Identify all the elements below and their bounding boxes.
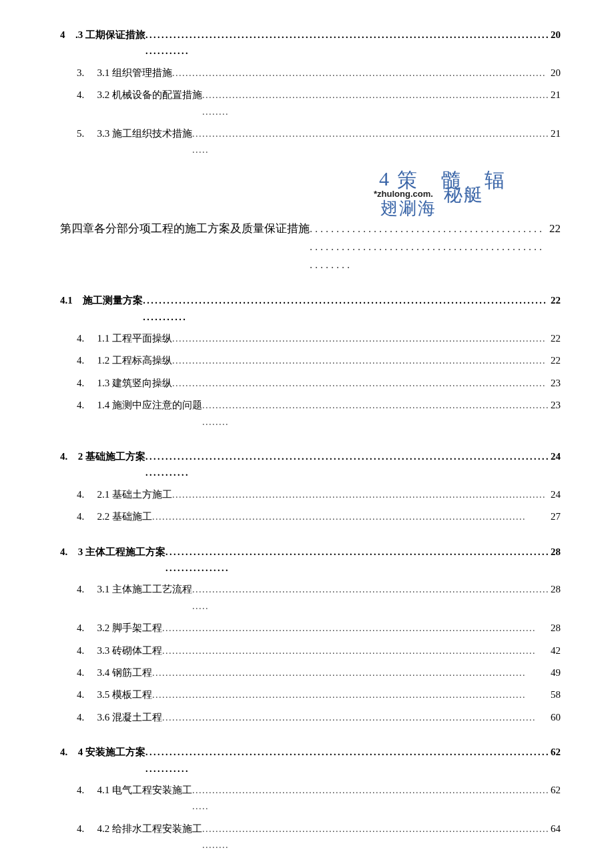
item-text: 3.1 组织管理措施 <box>97 65 173 81</box>
item-page: 42 <box>548 642 561 659</box>
item-text: 3.5 模板工程 <box>97 687 153 703</box>
heading-text: 施工测量方案 <box>83 292 143 308</box>
toc-item: 4. 2.2 基础施工27 <box>77 508 561 524</box>
toc-item: 4. 2.1 基础土方施工24 <box>77 486 561 502</box>
item-page: 24 <box>548 486 561 502</box>
item-number: 4. <box>77 665 92 681</box>
watermark: 4策 髓 辐*zhulong.com.秘艇翅涮海 <box>60 167 561 213</box>
leader-dots <box>152 687 548 703</box>
toc-item: 4. 1.4 施测中应注意的问题23 <box>77 397 561 430</box>
item-text: 3.1 主体施工工艺流程 <box>97 581 193 597</box>
item-text: 2.2 基础施工 <box>97 508 153 524</box>
item-text: 4.2 给排水工程安装施工 <box>97 821 203 837</box>
toc-heading: 4 .3 工期保证措旅20 <box>60 27 561 59</box>
item-text: 3.3 砖砌体工程 <box>97 642 163 659</box>
item-number: 4. <box>77 642 92 659</box>
toc-item: 4. 3.5 模板工程58 <box>77 687 561 703</box>
wm-row3: 翅涮海 <box>380 197 436 220</box>
leader-dots <box>172 65 548 81</box>
item-number: 3. <box>77 65 92 81</box>
heading-page: 20 <box>548 27 561 43</box>
item-page: 58 <box>548 687 561 703</box>
item-page: 21 <box>548 125 561 141</box>
leader-dots <box>172 352 548 368</box>
wm-row2: 秘艇 <box>444 182 484 207</box>
chapter-label: 第四章各分部分项工程的施工方案及质量保证措施 <box>60 220 310 238</box>
leader-dots <box>162 642 548 659</box>
toc-heading: 4. 3 主体工程施工方案28 <box>60 544 561 576</box>
item-number: 4. <box>77 508 92 524</box>
item-text: 1.2 工程标高操纵 <box>97 352 173 368</box>
item-number: 4. <box>77 330 92 346</box>
item-number: 4. <box>77 709 92 725</box>
item-page: 28 <box>548 620 561 636</box>
toc-item: 4. 3.3 砖砌体工程42 <box>77 642 561 659</box>
toc-item: 4. 3.2 脚手架工程28 <box>77 620 561 636</box>
item-number: 4. <box>77 581 92 597</box>
item-page: 28 <box>548 581 561 597</box>
heading-text: .3 工期保证措旅 <box>75 27 145 43</box>
toc-heading: 4. 2 基础施工方案24 <box>60 448 561 481</box>
item-number: 4. <box>77 821 92 837</box>
heading-text: 2 基础施工方案 <box>78 448 145 464</box>
chapter-page: 22 <box>547 220 561 238</box>
item-page: 23 <box>548 397 561 413</box>
item-text: 3.3 施工组织技术措施 <box>97 125 193 141</box>
heading-page: 22 <box>548 292 561 308</box>
toc-heading: 4. 4 安装施工方案62 <box>60 744 561 777</box>
item-text: 1.1 工程平面操纵 <box>97 330 173 346</box>
heading-number: 4 <box>60 27 70 43</box>
heading-text: 3 主体工程施工方案 <box>78 544 166 560</box>
heading-number: 4.1 <box>60 292 77 308</box>
toc-item: 4. 3.1 主体施工工艺流程28 <box>77 581 561 614</box>
item-text: 3.2 机械设备的配置措施 <box>97 87 203 103</box>
wm-number: 4 <box>379 167 389 190</box>
item-page: 60 <box>548 709 561 725</box>
item-page: 27 <box>548 508 561 524</box>
item-text: 3.2 脚手架工程 <box>97 620 163 636</box>
item-page: 62 <box>548 782 561 798</box>
toc-item: 4. 3.4 钢筋工程49 <box>77 665 561 681</box>
item-text: 2.1 基础土方施工 <box>97 486 173 502</box>
item-page: 21 <box>548 87 561 103</box>
item-text: 3.4 钢筋工程 <box>97 665 153 681</box>
chapter-heading: 第四章各分部分项工程的施工方案及质量保证措施22 <box>60 220 561 274</box>
heading-page: 24 <box>548 448 561 464</box>
item-number: 4. <box>77 397 92 413</box>
item-number: 4. <box>77 620 92 636</box>
page: 4 .3 工期保证措旅203. 3.1 组织管理措施204. 3.2 机械设备的… <box>0 0 614 868</box>
leader-dots <box>152 508 548 524</box>
toc-item: 4. 1.2 工程标高操纵22 <box>77 352 561 368</box>
toc-item: 4. 4.1 电气工程安装施工62 <box>77 782 561 815</box>
item-text: 3.6 混凝土工程 <box>97 709 163 725</box>
leader-dots <box>192 581 548 614</box>
toc-item: 5. 3.3 施工组织技术措施21 <box>77 125 561 158</box>
leader-dots <box>145 27 548 59</box>
toc-item: 4. 3.2 机械设备的配置措施21 <box>77 87 561 119</box>
item-number: 4. <box>77 352 92 368</box>
leader-dots <box>162 709 548 725</box>
toc-item: 4. 1.1 工程平面操纵22 <box>77 330 561 346</box>
heading-page: 28 <box>548 544 561 560</box>
toc-item: 4. 4.2 给排水工程安装施工64 <box>77 821 561 853</box>
item-page: 64 <box>548 821 561 837</box>
item-page: 22 <box>548 352 561 368</box>
leader-dots <box>143 292 548 325</box>
leader-dots <box>172 330 548 346</box>
item-number: 4. <box>77 782 92 798</box>
leader-dots <box>202 87 548 119</box>
leader-dots <box>172 375 548 391</box>
toc-item: 4. 3.6 混凝土工程60 <box>77 709 561 725</box>
item-page: 20 <box>548 65 561 81</box>
heading-page: 62 <box>548 744 561 760</box>
leader-dots <box>145 448 548 481</box>
item-number: 4. <box>77 375 92 391</box>
leader-dots <box>202 397 548 430</box>
leader-dots <box>202 821 548 853</box>
toc-heading: 4.1 施工测量方案22 <box>60 292 561 325</box>
heading-text: 4 安装施工方案 <box>78 744 145 760</box>
item-page: 49 <box>548 665 561 681</box>
item-page: 22 <box>548 330 561 346</box>
leader-dots <box>152 665 548 681</box>
item-text: 1.4 施测中应注意的问题 <box>97 397 203 413</box>
